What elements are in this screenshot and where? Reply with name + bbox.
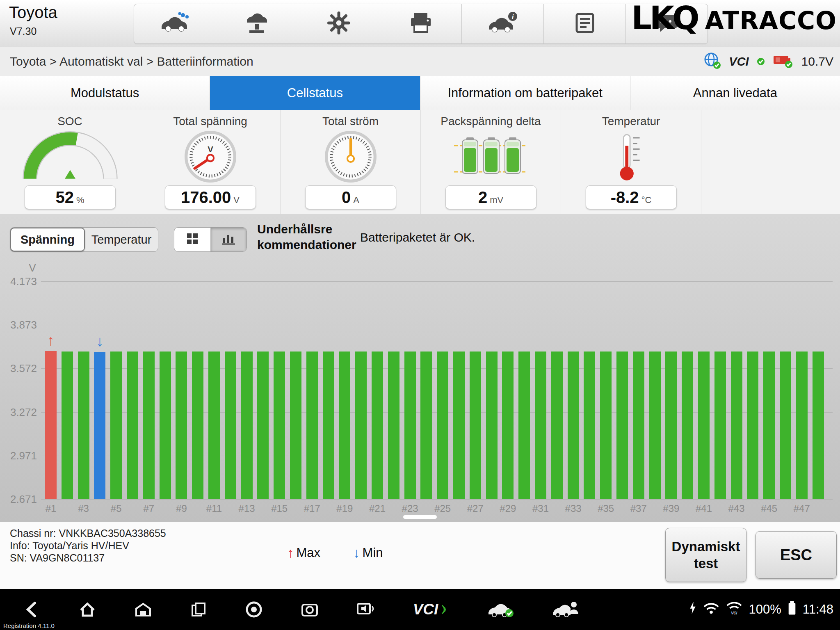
browser-icon[interactable] bbox=[244, 600, 263, 619]
gauge-soc: SOC 52 % bbox=[0, 110, 140, 214]
vehicle-info-line: Info: Toyota/Yaris HV/HEV bbox=[10, 539, 166, 552]
vci-app-icon[interactable]: VCI bbox=[413, 601, 450, 618]
gauge-total-voltage: Total spänning V 176.00 V bbox=[140, 110, 281, 214]
vehicle-diagnostics-icon bbox=[159, 11, 190, 36]
total-current-value: 0 bbox=[342, 189, 351, 205]
cell-voltage-bar bbox=[290, 352, 301, 499]
gauge-panel-spacer bbox=[701, 110, 840, 214]
cell-voltage-bar bbox=[600, 352, 612, 499]
toggle-temperatur[interactable]: Temperatur bbox=[85, 228, 158, 251]
recent-apps-icon[interactable] bbox=[189, 600, 208, 619]
cell-voltage-bar bbox=[813, 352, 824, 499]
chart-drag-handle[interactable] bbox=[403, 515, 437, 519]
cell-voltage-bar bbox=[763, 352, 775, 499]
x-axis-tick-label: #7 bbox=[143, 503, 154, 514]
gauge-temperature: Temperatur -8.2 °C bbox=[561, 110, 701, 214]
tab-annan-livedata[interactable]: Annan livedata bbox=[630, 76, 840, 110]
dynamic-test-button[interactable]: Dynamiskt test bbox=[665, 528, 746, 582]
svg-text:vci: vci bbox=[731, 610, 738, 616]
gauge-value-pill: 52 % bbox=[25, 185, 116, 209]
esc-button[interactable]: ESC bbox=[756, 531, 837, 579]
chassis-number: Chassi nr: VNKKBAC350A338655 bbox=[10, 527, 166, 539]
x-axis-tick-label: #29 bbox=[500, 503, 516, 514]
vehicle-check-icon[interactable] bbox=[486, 599, 515, 620]
back-icon[interactable] bbox=[23, 600, 41, 619]
legend-min: ↓ Min bbox=[353, 545, 383, 561]
technician-icon[interactable] bbox=[552, 599, 580, 620]
footer-panel: Chassi nr: VNKKBAC350A338655 Info: Toyot… bbox=[0, 522, 840, 589]
screen-audio-icon[interactable] bbox=[356, 600, 376, 619]
x-axis-tick-label: #37 bbox=[630, 503, 647, 514]
tab-cellstatus[interactable]: Cellstatus bbox=[210, 76, 420, 110]
cell-voltage-bar bbox=[208, 352, 220, 499]
cell-voltage-bar bbox=[747, 352, 758, 499]
x-axis-tick-label: #31 bbox=[532, 503, 549, 514]
charging-icon bbox=[689, 600, 697, 619]
clock: 11:48 bbox=[803, 602, 833, 617]
vehicle-info-button[interactable]: i bbox=[462, 4, 544, 43]
grid-view-button[interactable] bbox=[174, 228, 211, 251]
cell-voltage-bar bbox=[665, 352, 677, 499]
cell-voltage-bar bbox=[420, 352, 432, 499]
bar-chart-view-button[interactable] bbox=[211, 228, 247, 251]
x-axis-tick-label: #15 bbox=[271, 503, 288, 514]
tab-modulstatus[interactable]: Modulstatus bbox=[0, 76, 210, 110]
breadcrumb-bar: Toyota > Automatiskt val > Batteriinform… bbox=[0, 47, 840, 76]
vehicle-lift-button[interactable] bbox=[216, 4, 298, 43]
vci-status-check-icon bbox=[756, 55, 765, 68]
x-axis-tick-label: #21 bbox=[369, 503, 386, 514]
data-manager-button[interactable] bbox=[544, 4, 626, 43]
gauge-label: Packspänning delta bbox=[441, 115, 541, 128]
toggle-spanning[interactable]: Spänning bbox=[10, 228, 85, 251]
cell-voltage-bar bbox=[339, 352, 350, 499]
cell-voltage-bar bbox=[568, 352, 579, 499]
home-icon[interactable] bbox=[78, 600, 97, 619]
thermometer-icon bbox=[613, 130, 649, 184]
cell-voltage-bar bbox=[388, 352, 399, 499]
cell-voltage-bar bbox=[437, 352, 448, 499]
cell-voltage-bar bbox=[372, 352, 383, 499]
cell-voltage-bar bbox=[649, 352, 661, 499]
cell-voltage-bar bbox=[633, 352, 644, 499]
cell-voltage-bar bbox=[241, 352, 253, 499]
cell-voltage-bar bbox=[323, 352, 334, 499]
y-axis-unit-label: V bbox=[2, 262, 36, 274]
cell-voltage-bar bbox=[698, 352, 710, 499]
workshop-icon[interactable] bbox=[134, 600, 153, 619]
vci-status-label: VCI bbox=[729, 55, 749, 68]
vehicle-lift-icon bbox=[244, 11, 270, 36]
chart-plot: 4.1733.8733.5723.2722.9712.671#1↑#3↓#5#7… bbox=[41, 281, 833, 499]
min-arrow-icon: ↓ bbox=[353, 545, 360, 561]
gauge-pack-delta: Packspänning delta 2 mV bbox=[421, 110, 561, 214]
breadcrumb[interactable]: Toyota > Automatiskt val > Batteriinform… bbox=[10, 55, 253, 68]
logo-lkq: LKQ bbox=[631, 2, 697, 35]
logo-atracco: ATRACCO bbox=[705, 6, 837, 35]
x-axis-tick-label: #3 bbox=[78, 503, 89, 514]
cell-voltage-bar bbox=[584, 352, 595, 499]
cell-voltage-bar bbox=[306, 352, 318, 499]
legend-max-label: Max bbox=[297, 546, 321, 560]
data-manager-icon bbox=[573, 11, 596, 36]
total-current-unit: A bbox=[353, 195, 359, 205]
vehicle-diagnostics-button[interactable] bbox=[134, 4, 216, 43]
x-axis-tick-label: #13 bbox=[239, 503, 255, 514]
camera-icon[interactable] bbox=[300, 600, 319, 619]
cell-voltage-bar bbox=[176, 352, 187, 499]
printer-icon bbox=[409, 11, 433, 36]
cell-voltage-bar bbox=[62, 352, 73, 499]
cell-voltage-bar bbox=[518, 352, 530, 499]
bar-chart-view-icon bbox=[222, 233, 235, 247]
gauge-label: SOC bbox=[57, 115, 82, 128]
y-axis-tick-label: 3.873 bbox=[0, 318, 37, 331]
settings-button[interactable] bbox=[298, 4, 380, 43]
diagnostic-app-screen: Toyota V7.30 bbox=[0, 0, 840, 630]
min-marker-icon: ↓ bbox=[96, 334, 103, 349]
battery-percent: 100% bbox=[749, 602, 781, 617]
gauge-panel: SOC 52 % Total spänning V 176.00 V Total… bbox=[0, 110, 840, 215]
status-indicators: VCI 10.7V bbox=[703, 47, 833, 76]
tab-batteripaket-info[interactable]: Information om batteripaket bbox=[420, 76, 630, 110]
print-button[interactable] bbox=[380, 4, 462, 43]
gauge-label: Total spänning bbox=[173, 115, 247, 128]
cell-voltage-bar bbox=[470, 352, 481, 499]
x-axis-tick-label: #47 bbox=[794, 503, 810, 514]
